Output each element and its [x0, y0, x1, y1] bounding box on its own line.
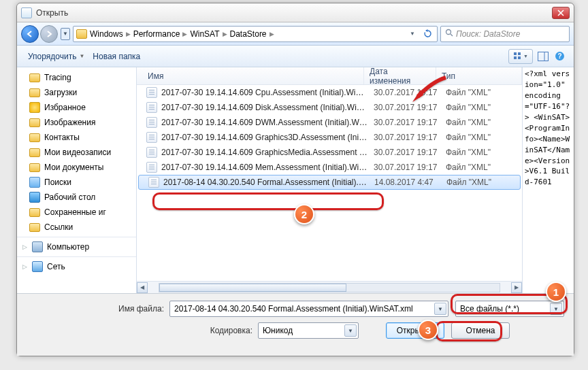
file-type: Файл "XML"	[440, 148, 522, 157]
column-date[interactable]: Дата изменения	[364, 67, 436, 84]
scrollbar-thumb[interactable]	[159, 284, 346, 292]
breadcrumb-item[interactable]: Windows	[90, 29, 123, 39]
xml-file-icon	[146, 147, 157, 158]
tree-item[interactable]: Поиски	[17, 175, 136, 190]
refresh-button[interactable]	[421, 27, 434, 41]
search-icon	[445, 29, 453, 39]
xml-file-icon	[146, 87, 157, 98]
new-folder-button[interactable]: Новая папка	[88, 50, 144, 63]
folder-tree[interactable]: Tracing Загрузки Избранное Изображения К…	[17, 67, 137, 293]
file-date: 30.07.2017 19:17	[368, 148, 440, 157]
cancel-button[interactable]: Отмена	[451, 322, 510, 339]
history-dropdown[interactable]: ▼	[61, 28, 70, 40]
network-icon	[32, 261, 43, 272]
file-row[interactable]: 2017-07-30 19.14.14.609 Mem.Assessment (…	[137, 160, 522, 175]
tree-item[interactable]: Tracing	[17, 70, 136, 85]
file-row[interactable]: 2017-07-30 19.14.14.609 Cpu.Assessment (…	[137, 85, 522, 100]
forward-button[interactable]	[40, 25, 58, 43]
titlebar[interactable]: Открыть	[17, 3, 574, 22]
xml-file-icon	[146, 117, 157, 128]
address-bar[interactable]: Windows▶ Performance▶ WinSAT▶ DataStore▶…	[73, 26, 438, 42]
file-rows[interactable]: 2017-07-30 19.14.14.609 Cpu.Assessment (…	[137, 85, 522, 281]
column-type[interactable]: Тип	[436, 67, 522, 84]
scroll-left-button[interactable]: ◀	[137, 282, 148, 293]
desktop-icon	[29, 192, 40, 203]
file-row[interactable]: 2017-07-30 19.14.14.609 Graphics3D.Asses…	[137, 130, 522, 145]
tree-item[interactable]: Мои документы	[17, 160, 136, 175]
chevron-down-icon: ▼	[79, 53, 84, 59]
open-button[interactable]: Открыть ▾	[386, 322, 444, 339]
filetype-dropdown[interactable]: Все файлы (*.*) ▼	[455, 301, 564, 317]
file-type: Файл "XML"	[440, 133, 522, 142]
chevron-down-icon[interactable]: ▼	[434, 303, 446, 315]
tree-item[interactable]: Загрузки	[17, 85, 136, 100]
scroll-right-button[interactable]: ▶	[511, 282, 522, 293]
open-dialog-window: Открыть ▼ Windows▶ Performance▶ WinSAT▶ …	[16, 3, 574, 356]
tree-item-network[interactable]: ▷Сеть	[17, 259, 136, 274]
help-button[interactable]: ?	[552, 49, 567, 64]
svg-rect-2	[514, 52, 517, 55]
file-date: 30.07.2017 19:17	[368, 118, 440, 127]
file-date: 30.07.2017 19:17	[368, 88, 440, 97]
filename-input[interactable]: 2017-08-14 04.30.20.540 Formal.Assessmen…	[169, 301, 448, 317]
close-button[interactable]	[552, 7, 570, 19]
tree-item[interactable]: Избранное	[17, 100, 136, 115]
tree-item[interactable]: Сохраненные иг	[17, 205, 136, 220]
file-name: 2017-07-30 19.14.14.609 Mem.Assessment (…	[161, 163, 368, 172]
horizontal-scrollbar[interactable]: ◀ ▶	[137, 281, 522, 293]
folder-icon	[29, 73, 40, 82]
svg-rect-4	[514, 56, 517, 59]
expand-icon[interactable]: ▷	[21, 263, 28, 270]
xml-file-icon	[146, 132, 157, 143]
breadcrumb-item[interactable]: Performance	[133, 29, 180, 39]
toolbar: Упорядочить▼ Новая папка ▼ ?	[17, 46, 574, 67]
breadcrumb-item[interactable]: WinSAT	[190, 29, 219, 39]
svg-rect-3	[518, 52, 521, 55]
search-input[interactable]: Поиск: DataStore	[440, 26, 570, 42]
bottom-panel: Имя файла: 2017-08-14 04.30.20.540 Forma…	[17, 293, 574, 356]
xml-file-icon	[146, 162, 157, 173]
file-row[interactable]: 2017-08-14 04.30.20.540 Formal.Assessmen…	[138, 175, 521, 190]
favorites-icon	[29, 102, 40, 113]
tree-item[interactable]: Изображения	[17, 115, 136, 130]
tree-item[interactable]: Контакты	[17, 130, 136, 145]
organize-menu[interactable]: Упорядочить▼	[24, 50, 88, 63]
column-headers[interactable]: Имя Дата изменения Тип	[137, 67, 522, 85]
chevron-right-icon: ▶	[180, 31, 190, 37]
search-placeholder: Поиск: DataStore	[456, 29, 520, 39]
computer-icon	[32, 241, 43, 252]
tree-item[interactable]: Ссылки	[17, 220, 136, 235]
chevron-down-icon[interactable]: ▼	[550, 303, 562, 315]
back-button[interactable]	[21, 25, 39, 43]
file-row[interactable]: 2017-07-30 19.14.14.609 GraphicsMedia.As…	[137, 145, 522, 160]
breadcrumb-item[interactable]: DataStore	[230, 29, 267, 39]
folder-icon	[76, 29, 87, 39]
navigation-bar: ▼ Windows▶ Performance▶ WinSAT▶ DataStor…	[17, 22, 574, 46]
tree-item[interactable]: Мои видеозаписи	[17, 145, 136, 160]
file-name: 2017-07-30 19.14.14.609 Graphics3D.Asses…	[161, 133, 368, 142]
chevron-right-icon: ▶	[123, 31, 133, 37]
window-title: Открыть	[36, 8, 68, 18]
xml-file-icon	[148, 177, 159, 188]
file-row[interactable]: 2017-07-30 19.14.14.609 Disk.Assessment …	[137, 100, 522, 115]
expand-icon[interactable]: ▷	[21, 243, 28, 250]
folder-icon	[29, 208, 40, 217]
filename-label: Имя файла:	[27, 304, 169, 314]
file-date: 14.08.2017 4:47	[369, 178, 441, 187]
encoding-dropdown[interactable]: Юникод ▼	[258, 322, 359, 339]
tree-item-computer[interactable]: ▷Компьютер	[17, 239, 136, 254]
tree-item[interactable]: Рабочий стол	[17, 190, 136, 205]
column-name[interactable]: Имя	[142, 67, 364, 84]
file-row[interactable]: 2017-07-30 19.14.14.609 DWM.Assessment (…	[137, 115, 522, 130]
file-name: 2017-07-30 19.14.14.609 GraphicsMedia.As…	[161, 148, 368, 157]
xml-file-icon	[146, 102, 157, 113]
file-type: Файл "XML"	[441, 178, 520, 187]
preview-pane-toggle[interactable]	[536, 49, 551, 64]
address-dropdown[interactable]: ▼	[406, 27, 419, 41]
view-mode-button[interactable]: ▼	[508, 49, 533, 64]
file-date: 30.07.2017 19:17	[368, 103, 440, 112]
file-name: 2017-08-14 04.30.20.540 Formal.Assessmen…	[163, 178, 369, 187]
folder-icon	[29, 163, 40, 172]
svg-line-1	[451, 34, 453, 36]
chevron-down-icon[interactable]: ▼	[344, 324, 357, 337]
